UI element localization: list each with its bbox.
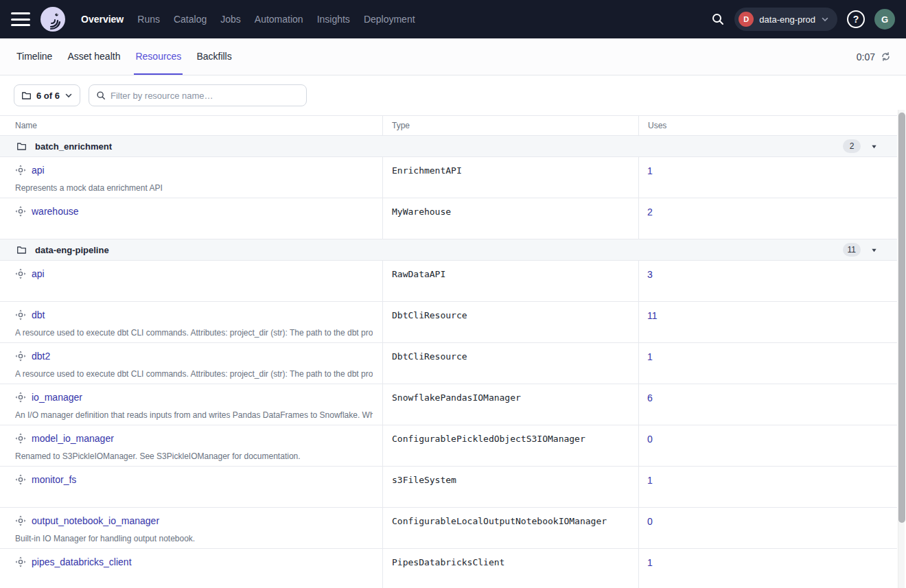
filter-toolbar: 6 of 6 xyxy=(0,75,906,115)
resource-description: Renamed to S3PickleIOManager. See S3Pick… xyxy=(15,451,373,461)
folder-icon xyxy=(16,141,27,152)
resource-type: s3FileSystem xyxy=(382,467,638,507)
collapse-group-caret-icon[interactable] xyxy=(870,246,878,254)
resource-uses-link[interactable]: 11 xyxy=(647,310,658,321)
resource-name-cell: api xyxy=(0,261,382,301)
refresh-timer: 0:07 xyxy=(857,51,875,62)
resource-type: DbtCliResource xyxy=(382,343,638,384)
resource-uses-link[interactable]: 3 xyxy=(647,269,653,280)
resource-uses-link[interactable]: 6 xyxy=(647,392,653,403)
group-name: batch_enrichment xyxy=(35,141,112,152)
resource-icon xyxy=(15,474,26,485)
resource-filter-box xyxy=(89,84,307,106)
resource-name-link[interactable]: dbt2 xyxy=(32,351,50,362)
resource-name-cell: dbt2 A resource used to execute dbt CLI … xyxy=(0,343,382,384)
resource-type: EnrichmentAPI xyxy=(382,157,638,198)
resource-name-link[interactable]: api xyxy=(32,165,45,176)
resource-uses-link[interactable]: 1 xyxy=(647,475,653,486)
resource-row: warehouse MyWarehouse 2 xyxy=(0,198,897,239)
resource-type: SnowflakePandasIOManager xyxy=(382,384,638,425)
resource-description: Built-in IO Manager for handling output … xyxy=(15,534,373,543)
resource-name-link[interactable]: api xyxy=(32,268,45,279)
collapse-group-caret-icon[interactable] xyxy=(870,143,878,150)
top-nav: Overview Runs Catalog Jobs Automation In… xyxy=(0,0,906,38)
resource-icon xyxy=(15,556,26,567)
column-header-uses: Uses xyxy=(638,116,897,135)
tab-resources[interactable]: Resources xyxy=(134,38,183,75)
vertical-scrollbar-track[interactable] xyxy=(898,110,905,588)
resource-row: dbt A resource used to execute dbt CLI c… xyxy=(0,302,897,343)
resource-row: monitor_fs s3FileSystem 1 xyxy=(0,467,897,508)
resource-name-cell: pipes_databricks_client xyxy=(0,549,382,588)
resource-icon xyxy=(15,165,26,176)
resource-description: A resource used to execute dbt CLI comma… xyxy=(15,369,373,379)
resource-name-cell: model_io_manager Renamed to S3PickleIOMa… xyxy=(0,425,382,466)
menu-icon[interactable] xyxy=(11,12,30,26)
group-count-badge: 11 xyxy=(843,243,861,257)
resource-uses-link[interactable]: 1 xyxy=(647,351,653,362)
resource-name-link[interactable]: pipes_databricks_client xyxy=(32,556,132,567)
search-icon[interactable] xyxy=(711,12,725,26)
resource-icon xyxy=(15,433,26,444)
resource-uses-link[interactable]: 1 xyxy=(647,557,653,568)
workspace-badge: D xyxy=(739,12,754,27)
resource-name-cell: warehouse xyxy=(0,198,382,239)
resource-uses-link[interactable]: 0 xyxy=(647,516,653,527)
group-count-filter-button[interactable]: 6 of 6 xyxy=(14,84,80,106)
resource-type: ConfigurablePickledObjectS3IOManager xyxy=(382,425,638,466)
resource-row: pipes_databricks_client PipesDatabricksC… xyxy=(0,549,897,588)
resource-filter-input[interactable] xyxy=(111,91,299,101)
tab-asset-health[interactable]: Asset health xyxy=(66,38,121,75)
resource-uses-link[interactable]: 0 xyxy=(647,434,653,445)
resource-row: dbt2 A resource used to execute dbt CLI … xyxy=(0,343,897,384)
primary-nav: Overview Runs Catalog Jobs Automation In… xyxy=(81,14,415,25)
group-count-badge: 2 xyxy=(843,139,861,153)
user-avatar[interactable]: G xyxy=(874,9,895,30)
resource-name-link[interactable]: monitor_fs xyxy=(32,474,76,485)
resource-icon xyxy=(15,351,26,362)
nav-insights[interactable]: Insights xyxy=(317,14,350,25)
resource-name-link[interactable]: dbt xyxy=(32,309,45,320)
vertical-scrollbar-thumb[interactable] xyxy=(898,113,905,523)
resource-uses-link[interactable]: 2 xyxy=(647,207,653,217)
help-icon[interactable]: ? xyxy=(847,10,865,28)
resource-type: PipesDatabricksClient xyxy=(382,549,638,588)
resource-description: Represents a mock data enrichment API xyxy=(15,183,373,193)
tab-backfills[interactable]: Backfills xyxy=(195,38,233,75)
tab-timeline[interactable]: Timeline xyxy=(15,38,54,75)
resource-icon xyxy=(15,268,26,279)
folder-icon xyxy=(16,245,27,255)
workspace-switcher[interactable]: D data-eng-prod xyxy=(734,8,837,31)
resource-description: A resource used to execute dbt CLI comma… xyxy=(15,328,373,338)
column-header-name: Name xyxy=(0,116,382,135)
resource-name-cell: dbt A resource used to execute dbt CLI c… xyxy=(0,302,382,342)
table-header: Name Type Uses xyxy=(0,116,897,136)
nav-automation[interactable]: Automation xyxy=(255,14,303,25)
resource-type: RawDataAPI xyxy=(382,261,638,301)
search-icon xyxy=(96,91,106,100)
group-name: data-eng-pipeline xyxy=(35,245,109,255)
resource-name-link[interactable]: io_manager xyxy=(32,392,82,403)
resource-description: An I/O manager definition that reads inp… xyxy=(15,410,373,420)
resources-table: Name Type Uses batch_enrichment 2 a xyxy=(0,115,897,588)
refresh-icon[interactable] xyxy=(881,51,891,62)
workspace-name: data-eng-prod xyxy=(759,14,815,25)
chevron-down-icon xyxy=(821,15,829,23)
nav-overview[interactable]: Overview xyxy=(81,14,124,25)
nav-catalog[interactable]: Catalog xyxy=(174,14,207,25)
resource-name-cell: monitor_fs xyxy=(0,467,382,507)
resource-row: api RawDataAPI 3 xyxy=(0,261,897,302)
tab-bar: Timeline Asset health Resources Backfill… xyxy=(0,38,906,75)
resource-name-link[interactable]: model_io_manager xyxy=(32,433,114,444)
resource-icon xyxy=(15,206,26,217)
dagster-logo-icon[interactable] xyxy=(40,6,66,32)
nav-runs[interactable]: Runs xyxy=(137,14,160,25)
resource-uses-link[interactable]: 1 xyxy=(647,165,653,176)
resource-icon xyxy=(15,392,26,403)
resource-name-link[interactable]: output_notebook_io_manager xyxy=(32,515,159,526)
resource-name-link[interactable]: warehouse xyxy=(32,206,79,217)
nav-deployment[interactable]: Deployment xyxy=(364,14,415,25)
resource-type: DbtCliResource xyxy=(382,302,638,342)
nav-jobs[interactable]: Jobs xyxy=(220,14,241,25)
resource-name-cell: output_notebook_io_manager Built-in IO M… xyxy=(0,508,382,548)
